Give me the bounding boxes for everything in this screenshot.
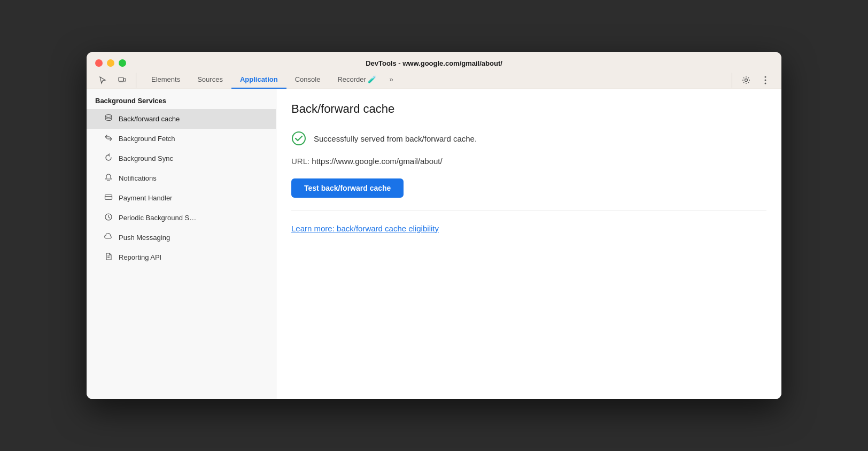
test-cache-button[interactable]: Test back/forward cache bbox=[291, 178, 404, 198]
doc-icon bbox=[104, 252, 113, 262]
settings-icon-button[interactable] bbox=[739, 73, 754, 88]
sidebar-item-label: Background Fetch bbox=[119, 135, 175, 143]
settings-icon bbox=[742, 76, 750, 84]
sidebar-item-label: Background Sync bbox=[119, 154, 173, 162]
devtools-body: Background Services Back/forward cache bbox=[87, 89, 781, 399]
device-toggle-button[interactable] bbox=[114, 73, 129, 88]
svg-rect-0 bbox=[119, 77, 123, 81]
svg-point-4 bbox=[765, 76, 766, 77]
main-content: Back/forward cache Successfully served f… bbox=[276, 89, 781, 399]
toolbar-icons bbox=[95, 73, 136, 88]
tab-sources[interactable]: Sources bbox=[189, 71, 231, 89]
traffic-lights bbox=[95, 59, 126, 67]
sidebar-item-label: Back/forward cache bbox=[119, 115, 180, 123]
success-icon bbox=[291, 131, 306, 146]
sidebar-item-label: Periodic Background S… bbox=[119, 214, 196, 222]
svg-point-7 bbox=[105, 115, 112, 118]
sidebar: Background Services Back/forward cache bbox=[87, 89, 276, 399]
sidebar-item-background-sync[interactable]: Background Sync bbox=[87, 149, 276, 168]
more-options-button[interactable] bbox=[758, 73, 773, 88]
titlebar: DevTools - www.google.com/gmail/about/ bbox=[87, 52, 781, 67]
learn-more-link[interactable]: Learn more: back/forward cache eligibili… bbox=[291, 224, 439, 233]
divider bbox=[291, 211, 766, 211]
sidebar-item-push-messaging[interactable]: Push Messaging bbox=[87, 228, 276, 247]
devtools-window: DevTools - www.google.com/gmail/about/ E… bbox=[87, 52, 781, 399]
tab-recorder[interactable]: Recorder 🧪 bbox=[329, 71, 385, 89]
url-row: URL: https://www.google.com/gmail/about/ bbox=[291, 157, 766, 166]
tab-console[interactable]: Console bbox=[286, 71, 329, 89]
sidebar-item-back-forward-cache[interactable]: Back/forward cache bbox=[87, 109, 276, 129]
db-icon bbox=[104, 114, 113, 124]
tabs: Elements Sources Application Console Rec… bbox=[143, 71, 725, 89]
sidebar-item-periodic-background-sync[interactable]: Periodic Background S… bbox=[87, 208, 276, 228]
sidebar-item-background-fetch[interactable]: Background Fetch bbox=[87, 129, 276, 149]
sidebar-item-label: Reporting API bbox=[119, 253, 161, 261]
tab-elements[interactable]: Elements bbox=[143, 71, 189, 89]
sidebar-item-payment-handler[interactable]: Payment Handler bbox=[87, 188, 276, 208]
transfer-icon bbox=[104, 134, 113, 144]
success-row: Successfully served from back/forward ca… bbox=[291, 131, 766, 146]
sync-icon bbox=[104, 153, 113, 164]
device-icon bbox=[118, 76, 126, 84]
svg-point-6 bbox=[765, 82, 766, 84]
cursor-icon bbox=[98, 76, 107, 84]
svg-point-3 bbox=[745, 79, 748, 81]
cloud-icon bbox=[104, 232, 113, 243]
url-label: URL: bbox=[291, 157, 309, 166]
sidebar-item-label: Payment Handler bbox=[119, 194, 172, 202]
minimize-button[interactable] bbox=[107, 59, 114, 67]
toolbar: Elements Sources Application Console Rec… bbox=[87, 67, 781, 89]
sidebar-section-header: Background Services bbox=[87, 89, 276, 109]
more-icon bbox=[764, 76, 766, 84]
close-button[interactable] bbox=[95, 59, 103, 67]
more-tabs-button[interactable]: » bbox=[385, 71, 397, 89]
tab-application[interactable]: Application bbox=[231, 71, 286, 89]
card-icon bbox=[104, 193, 113, 203]
svg-rect-10 bbox=[105, 195, 112, 200]
clock-icon bbox=[104, 213, 113, 223]
sidebar-item-label: Notifications bbox=[119, 174, 157, 182]
maximize-button[interactable] bbox=[119, 59, 126, 67]
svg-rect-1 bbox=[123, 79, 126, 81]
page-title: Back/forward cache bbox=[291, 102, 766, 116]
svg-point-5 bbox=[765, 79, 766, 81]
sidebar-item-reporting-api[interactable]: Reporting API bbox=[87, 247, 276, 267]
success-message: Successfully served from back/forward ca… bbox=[314, 134, 477, 143]
sidebar-item-notifications[interactable]: Notifications bbox=[87, 168, 276, 188]
url-value: https://www.google.com/gmail/about/ bbox=[312, 157, 442, 166]
svg-point-15 bbox=[292, 132, 305, 145]
toolbar-right bbox=[732, 73, 773, 88]
sidebar-item-label: Push Messaging bbox=[119, 234, 170, 242]
bell-icon bbox=[104, 173, 113, 183]
window-title: DevTools - www.google.com/gmail/about/ bbox=[366, 59, 502, 67]
cursor-icon-button[interactable] bbox=[95, 73, 110, 88]
